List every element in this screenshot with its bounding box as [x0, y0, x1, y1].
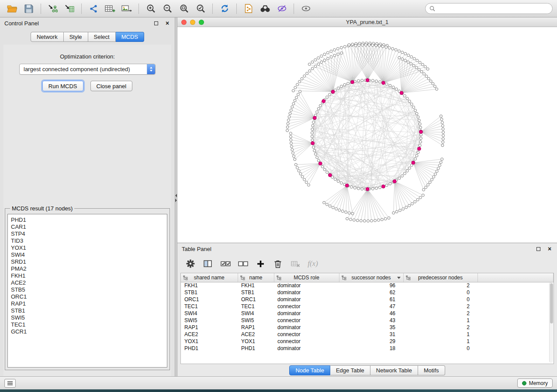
- memory-button[interactable]: Memory: [517, 378, 553, 388]
- table-row[interactable]: PHD1PHD1dominator180: [181, 345, 553, 352]
- float-table-panel-button[interactable]: [535, 246, 541, 252]
- table-cell[interactable]: 2: [403, 303, 477, 310]
- table-scrollbar[interactable]: [549, 282, 553, 363]
- table-cell[interactable]: 0: [403, 296, 477, 303]
- divider-collapse-arrows[interactable]: [175, 194, 177, 202]
- table-cell[interactable]: SWI4: [238, 310, 274, 317]
- table-cell[interactable]: ORC1: [181, 296, 238, 303]
- table-row[interactable]: SWI5SWI5connector431: [181, 317, 553, 324]
- new-network-button[interactable]: [86, 2, 101, 16]
- float-panel-button[interactable]: [153, 20, 159, 26]
- column-header-predecessor-nodes[interactable]: predecessor nodes: [403, 273, 477, 282]
- table-cell[interactable]: 2: [403, 282, 477, 289]
- table-cell[interactable]: STB1: [238, 289, 274, 296]
- table-row[interactable]: FKH1FKH1dominator962: [181, 282, 553, 289]
- table-cell[interactable]: connector: [274, 338, 339, 345]
- criterion-dropdown[interactable]: largest connected component (undirected): [19, 64, 156, 75]
- table-cell[interactable]: connector: [274, 317, 339, 324]
- table-row[interactable]: ORC1ORC1dominator610: [181, 296, 553, 303]
- column-header-shared-name[interactable]: shared name: [181, 273, 238, 282]
- mcds-node-item[interactable]: SWI4: [11, 251, 164, 258]
- show-columns-button[interactable]: [201, 257, 215, 270]
- close-panel-button[interactable]: ×: [164, 20, 170, 26]
- table-cell[interactable]: SWI5: [238, 317, 274, 324]
- table-cell[interactable]: 96: [339, 282, 403, 289]
- table-row[interactable]: RAP1RAP1dominator352: [181, 324, 553, 331]
- table-cell[interactable]: RAP1: [238, 324, 274, 331]
- maximize-window-icon[interactable]: [199, 20, 204, 25]
- table-cell[interactable]: PHD1: [181, 345, 238, 352]
- save-session-button[interactable]: [21, 2, 37, 16]
- table-cell[interactable]: dominator: [274, 310, 339, 317]
- table-cell[interactable]: 1: [403, 317, 477, 324]
- tab-node-table[interactable]: Node Table: [289, 365, 330, 375]
- import-table-button[interactable]: [62, 2, 77, 16]
- table-cell[interactable]: 62: [339, 289, 403, 296]
- table-cell[interactable]: dominator: [274, 282, 339, 289]
- table-cell[interactable]: dominator: [274, 289, 339, 296]
- table-cell[interactable]: 18: [339, 345, 403, 352]
- mcds-node-item[interactable]: GCR1: [11, 328, 164, 335]
- zoom-in-button[interactable]: [143, 2, 159, 16]
- toolbar-search[interactable]: [425, 3, 553, 14]
- mcds-node-item[interactable]: TID3: [11, 237, 164, 244]
- zoom-fit-button[interactable]: [176, 2, 192, 16]
- select-all-rows-button[interactable]: [218, 257, 232, 270]
- network-canvas[interactable]: [177, 27, 557, 243]
- mcds-node-item[interactable]: STP4: [11, 230, 164, 237]
- minimize-window-icon[interactable]: [190, 20, 195, 25]
- zoom-out-button[interactable]: [159, 2, 175, 16]
- table-cell[interactable]: dominator: [274, 345, 339, 352]
- mcds-node-item[interactable]: CAR1: [11, 224, 164, 230]
- table-cell[interactable]: 1: [403, 331, 477, 338]
- function-builder-button[interactable]: f(x): [306, 257, 320, 270]
- unselect-all-rows-button[interactable]: [236, 257, 250, 270]
- tab-style[interactable]: Style: [64, 32, 88, 42]
- column-header-name[interactable]: name: [238, 273, 274, 282]
- table-cell[interactable]: 47: [339, 303, 403, 310]
- table-cell[interactable]: FKH1: [181, 282, 238, 289]
- table-cell[interactable]: 0: [403, 345, 477, 352]
- table-cell[interactable]: TEC1: [238, 303, 274, 310]
- table-cell[interactable]: 2: [403, 324, 477, 331]
- mcds-node-item[interactable]: PMA2: [11, 265, 164, 272]
- table-cell[interactable]: 43: [339, 317, 403, 324]
- open-file-button[interactable]: [4, 2, 20, 16]
- table-row[interactable]: STB1STB1dominator620: [181, 289, 553, 296]
- table-cell[interactable]: ORC1: [238, 296, 274, 303]
- close-window-icon[interactable]: [181, 20, 187, 25]
- tab-network-table[interactable]: Network Table: [370, 365, 418, 375]
- task-history-button[interactable]: [4, 379, 16, 388]
- table-row[interactable]: YOX1YOX1connector291: [181, 338, 553, 345]
- table-scrollbar-thumb[interactable]: [550, 283, 553, 323]
- table-cell[interactable]: connector: [274, 303, 339, 310]
- import-network-button[interactable]: [45, 2, 61, 16]
- tab-edge-table[interactable]: Edge Table: [330, 365, 370, 375]
- table-cell[interactable]: 31: [339, 331, 403, 338]
- column-header-successor-nodes[interactable]: successor nodes: [339, 273, 403, 282]
- tab-motifs[interactable]: Motifs: [418, 365, 445, 375]
- mcds-node-item[interactable]: ACE2: [11, 279, 164, 286]
- table-cell[interactable]: YOX1: [181, 338, 238, 345]
- clear-table-button[interactable]: [288, 257, 302, 270]
- table-cell[interactable]: connector: [274, 331, 339, 338]
- new-table-button[interactable]: [102, 2, 118, 16]
- table-cell[interactable]: 0: [403, 289, 477, 296]
- table-cell[interactable]: 61: [339, 296, 403, 303]
- table-cell[interactable]: STB1: [181, 289, 238, 296]
- table-cell[interactable]: dominator: [274, 296, 339, 303]
- table-cell[interactable]: PHD1: [238, 345, 274, 352]
- mcds-node-item[interactable]: SWI5: [11, 314, 164, 321]
- zoom-selected-button[interactable]: [193, 2, 208, 16]
- mcds-node-item[interactable]: TEC1: [11, 321, 164, 328]
- table-cell[interactable]: YOX1: [238, 338, 274, 345]
- table-row[interactable]: TEC1TEC1connector472: [181, 303, 553, 310]
- table-cell[interactable]: SWI4: [181, 310, 238, 317]
- mcds-node-item[interactable]: ORC1: [11, 293, 164, 300]
- table-cell[interactable]: FKH1: [238, 282, 274, 289]
- table-cell[interactable]: TEC1: [181, 303, 238, 310]
- table-cell[interactable]: RAP1: [181, 324, 238, 331]
- mcds-node-item[interactable]: RAP1: [11, 300, 164, 307]
- find-button[interactable]: [257, 2, 273, 16]
- mcds-node-item[interactable]: STB5: [11, 286, 164, 293]
